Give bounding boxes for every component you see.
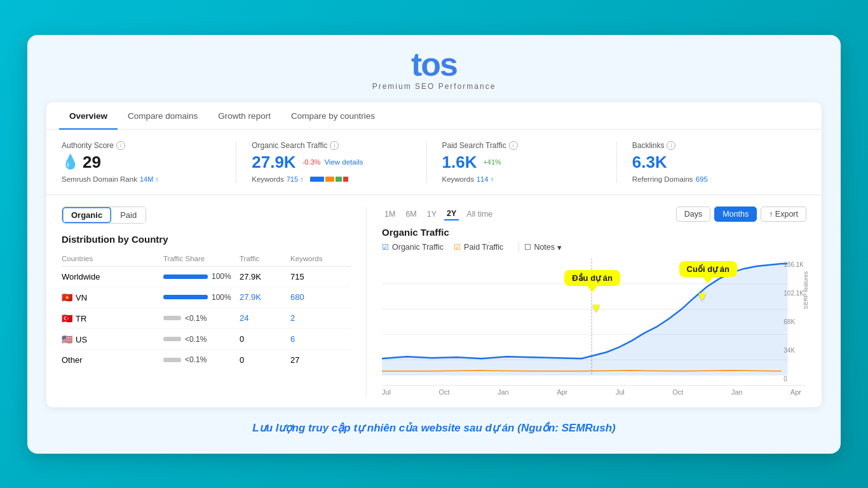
keywords-tr: 2 <box>290 313 341 323</box>
keywords-vn: 680 <box>290 292 341 302</box>
table-header: Countries Traffic Share Traffic Keywords <box>62 252 351 267</box>
chart-controls: 1M 6M 1Y 2Y All time Days Months ↑ Expor… <box>382 207 806 222</box>
col-traffic-share: Traffic Share <box>163 255 240 262</box>
backlinks-label: Backlinks i <box>632 141 791 150</box>
traffic-bar-vn: 100% <box>163 293 240 302</box>
distribution-title: Distribution by Country <box>62 234 351 245</box>
organic-change: -0.3% <box>302 158 321 166</box>
paid-info-icon[interactable]: i <box>509 141 518 150</box>
metric-authority: Authority Score i 💧 29 Semrush Domain Ra… <box>62 141 236 183</box>
domain-rank-link[interactable]: 14M ↑ <box>140 175 159 183</box>
paid-label: Paid Search Traffic i <box>442 141 601 150</box>
serp-label: SERP features <box>803 271 809 309</box>
metric-backlinks: Backlinks i 6.3K Referring Domains 695 <box>632 141 806 183</box>
authority-info-icon[interactable]: i <box>116 141 125 150</box>
keywords-other: 27 <box>290 355 341 365</box>
country-other: Other <box>62 355 163 365</box>
export-btn[interactable]: ↑ Export <box>761 207 806 222</box>
table-row: 🇹🇷TR <0.1% 24 2 <box>62 308 351 329</box>
country-vn: 🇻🇳VN <box>62 292 163 302</box>
time-6m[interactable]: 6M <box>403 208 419 220</box>
traffic-worldwide: 27.9K <box>240 272 290 281</box>
notes-label: Notes <box>534 243 555 252</box>
view-months-btn[interactable]: Months <box>714 207 757 222</box>
keyword-bar <box>310 177 348 182</box>
view-details-link[interactable]: View details <box>324 158 363 166</box>
col-traffic: Traffic <box>240 255 290 262</box>
logo: tos <box>46 48 822 81</box>
tabs-bar: Overview Compare domains Growth report C… <box>46 102 822 130</box>
toggle-paid[interactable]: Paid <box>111 207 146 223</box>
backlinks-sub: Referring Domains 695 <box>632 175 791 183</box>
time-all[interactable]: All time <box>464 208 495 220</box>
col-countries: Countries <box>62 255 163 262</box>
traffic-tr: 24 <box>240 313 290 323</box>
paid-value: 1.6K <box>442 152 477 172</box>
arrow-cuoi: ▼ <box>696 289 709 304</box>
view-btns: Days Months ↑ Export <box>676 207 806 222</box>
traffic-vn: 27.9K <box>240 292 290 302</box>
keywords-us: 6 <box>290 334 341 344</box>
tab-compare-domains[interactable]: Compare domains <box>118 102 208 130</box>
time-1m[interactable]: 1M <box>382 208 398 220</box>
table-row: 🇺🇸US <0.1% 0 6 <box>62 329 351 350</box>
content-area: Organic Paid Distribution by Country Cou… <box>46 195 822 407</box>
country-us: 🇺🇸US <box>62 334 163 344</box>
notes-chevron: ▾ <box>557 243 562 252</box>
backlinks-info-icon[interactable]: i <box>667 141 675 150</box>
legend-organic-label: Organic Traffic <box>392 243 444 252</box>
organic-keywords-link[interactable]: 715 ↑ <box>287 175 304 183</box>
keywords-worldwide: 715 <box>290 272 341 281</box>
referring-domains: 695 <box>696 175 708 183</box>
backlinks-value: 6.3K <box>632 152 667 172</box>
time-1y[interactable]: 1Y <box>424 208 439 220</box>
view-days-btn[interactable]: Days <box>676 207 710 222</box>
metric-organic: Organic Search Traffic i 27.9K -0.3% Vie… <box>252 141 426 183</box>
legend-notes[interactable]: ☐ Notes ▾ <box>519 243 562 252</box>
tab-growth-report[interactable]: Growth report <box>208 102 281 130</box>
table-row: Other <0.1% 0 27 <box>62 350 351 370</box>
time-filters: 1M 6M 1Y 2Y All time <box>382 208 495 220</box>
organic-info-icon[interactable]: i <box>330 141 339 150</box>
table-row: 🇻🇳VN 100% 27.9K 680 <box>62 287 351 308</box>
annotation-cuoi: Cuối dự án <box>679 261 737 277</box>
right-panel: 1M 6M 1Y 2Y All time Days Months ↑ Expor… <box>367 207 806 396</box>
x-axis-labels: Jul Oct Jan Apr Jul Oct Jan Apr <box>382 386 806 396</box>
caption: Lưu lượng truy cập tự nhiên của website … <box>46 421 822 435</box>
organic-label: Organic Search Traffic i <box>252 141 410 150</box>
toggle-organic[interactable]: Organic <box>62 207 111 223</box>
tab-compare-countries[interactable]: Compare by countries <box>281 102 385 130</box>
toggle-buttons: Organic Paid <box>62 207 146 224</box>
authority-sub: Semrush Domain Rank 14M ↑ <box>62 175 220 183</box>
logo-area: tos Premium SEO Performance <box>46 48 822 91</box>
annotation-dau: Đầu dự án <box>564 270 620 286</box>
legend-paid-label: Paid Traffic <box>464 243 503 252</box>
y-labels: 136.1K 102.1K 68K 34K 0 <box>783 259 804 385</box>
left-panel: Organic Paid Distribution by Country Cou… <box>62 207 367 396</box>
outer-card: tos Premium SEO Performance Overview Com… <box>27 35 841 454</box>
traffic-bar-tr: <0.1% <box>163 314 240 323</box>
table-row: Worldwide 100% 27.9K 715 <box>62 267 351 287</box>
paid-sub: Keywords 114 ↑ <box>442 175 601 183</box>
time-2y[interactable]: 2Y <box>444 208 459 220</box>
traffic-us: 0 <box>240 334 290 344</box>
logo-tagline: Premium SEO Performance <box>46 82 822 91</box>
legend-organic[interactable]: ☑ Organic Traffic <box>382 243 444 252</box>
main-card: Overview Compare domains Growth report C… <box>46 102 822 407</box>
organic-sub: Keywords 715 ↑ <box>252 175 410 183</box>
arrow-dau: ▼ <box>590 301 602 315</box>
legend-paid[interactable]: ☑ Paid Traffic <box>454 243 503 252</box>
traffic-bar-us: <0.1% <box>163 335 240 344</box>
metric-authority-label: Authority Score i <box>62 141 220 150</box>
paid-change: +41% <box>483 158 501 166</box>
traffic-bar-worldwide: 100% <box>163 272 240 281</box>
organic-value: 27.9K <box>252 152 295 172</box>
authority-value: 29 <box>83 152 101 172</box>
country-tr: 🇹🇷TR <box>62 313 163 323</box>
chart-legend: ☑ Organic Traffic ☑ Paid Traffic ☐ Notes… <box>382 243 806 252</box>
traffic-bar-other: <0.1% <box>163 355 240 364</box>
chart-title: Organic Traffic <box>382 227 806 238</box>
paid-keywords-link[interactable]: 114 ↑ <box>477 175 494 183</box>
tab-overview[interactable]: Overview <box>59 102 118 130</box>
metrics-row: Authority Score i 💧 29 Semrush Domain Ra… <box>46 130 822 195</box>
